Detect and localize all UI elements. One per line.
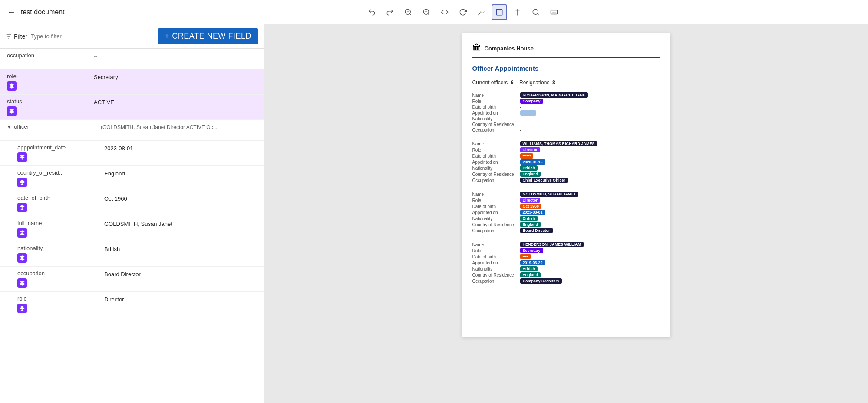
field-row-officer-group[interactable]: ▼ officer (GOLDSMITH, Susan Janet Direct… — [0, 120, 264, 141]
current-officers-label: Current officers — [472, 79, 508, 86]
field-row-country: country_of_resid... England — [0, 166, 264, 191]
officer-2-role-label: Role — [472, 148, 520, 152]
create-new-field-button[interactable]: + CREATE NEW FIELD — [158, 28, 258, 44]
officer-2-occupation-pill: Chief Executive Officer — [520, 178, 568, 183]
field-row-occupation-top: occupation -- — [0, 49, 264, 69]
field-name-fullname: full_name — [17, 220, 104, 226]
wand-button[interactable] — [473, 4, 489, 20]
officer-4-occupation-pill: Company Secretary — [520, 278, 562, 284]
officer-1-appointed-label: Appointed on — [472, 111, 520, 116]
officer-1-country-val: - — [520, 122, 660, 127]
officer-4-appointed-label: Appointed on — [472, 261, 520, 265]
officer-3-nationality-pill: British — [520, 216, 538, 221]
officer-2-country-pill: England — [520, 172, 541, 177]
officer-1-role-pill: Company — [520, 99, 543, 104]
officer-1-appointed-pill: ──── — [520, 110, 537, 116]
officer-4-country-label: Country of Residence — [472, 273, 520, 277]
zoom-out-button[interactable] — [400, 4, 416, 20]
officer-card-3: Name GOLDSMITH, SUSAN JANET Role Directo… — [472, 192, 660, 233]
officer-3-occupation-pill: Board Director — [520, 228, 553, 233]
officer-2-role-pill: Director — [520, 147, 541, 152]
cursor-button[interactable] — [510, 4, 525, 20]
keyboard-button[interactable] — [546, 4, 562, 20]
field-name-occupation-top: occupation — [7, 52, 94, 59]
officer-4-nationality-label: Nationality — [472, 267, 520, 271]
officer-1-nationality-val: - — [520, 116, 660, 121]
officer-2-appointed-label: Appointed on — [472, 160, 520, 165]
officer-2-dob-pill: •••••• — [520, 153, 534, 159]
search-toolbar-button[interactable] — [528, 4, 544, 20]
svg-rect-12 — [551, 10, 557, 14]
officers-count: 6 — [511, 79, 514, 86]
officer-3-dob-pill: Oct 1960 — [520, 204, 542, 209]
officer-3-name-pill: GOLDSMITH, SUSAN JANET — [520, 192, 579, 197]
officer-3-role-label: Role — [472, 198, 520, 203]
field-value-status: ACTIVE — [94, 98, 257, 106]
field-name-status: status — [7, 98, 94, 105]
toolbar: ← test.document — [0, 0, 868, 24]
select-button[interactable] — [492, 4, 507, 20]
officer-3-appointed-pill: 2023-08-01 — [520, 210, 545, 215]
officer-1-dob-label: Date of birth — [472, 105, 520, 109]
officer-1-dob-val: - — [520, 105, 660, 109]
officer-3-country-label: Country of Residence — [472, 222, 520, 227]
document-title: test.document — [21, 8, 65, 16]
field-name-country: country_of_resid... — [17, 169, 104, 176]
plus-icon: + — [165, 32, 169, 41]
field-type-icon-fullname — [17, 228, 27, 238]
main-content: Filter + CREATE NEW FIELD occupation -- … — [0, 24, 868, 403]
field-type-icon-nationality — [17, 253, 27, 263]
officer-4-occupation-label: Occupation — [472, 279, 520, 284]
code-button[interactable] — [437, 4, 452, 20]
field-name-role: role — [7, 73, 94, 79]
field-type-icon-role — [7, 81, 17, 91]
field-row-status: status ACTIVE — [0, 95, 264, 120]
filter-label: Filter — [14, 33, 27, 40]
officer-3-name-label: Name — [472, 192, 520, 197]
doc-section-title: Officer Appointments — [472, 65, 660, 74]
left-panel: Filter + CREATE NEW FIELD occupation -- … — [0, 24, 264, 403]
svg-rect-7 — [496, 9, 502, 15]
field-row-dob: date_of_birth Oct 1960 — [0, 191, 264, 216]
officer-4-name-label: Name — [472, 242, 520, 247]
field-value-officer: (GOLDSMITH, Susan Janet Director ACTIVE … — [101, 123, 257, 130]
field-type-icon-country — [17, 178, 27, 187]
officer-1-occupation-label: Occupation — [472, 128, 520, 132]
officer-card-4: Name HENDERSON, JAMES WILLIAM Role Secre… — [472, 242, 660, 284]
filter-input[interactable] — [31, 33, 154, 40]
undo-button[interactable] — [364, 4, 380, 20]
field-value-appointment-date: 2023-08-01 — [104, 144, 257, 152]
officer-1-nationality-label: Nationality — [472, 116, 520, 121]
field-name-appointment-date: apppointment_date — [17, 144, 104, 151]
officer-1-role-label: Role — [472, 99, 520, 104]
officers-summary: Current officers 6 Resignations 8 — [472, 79, 660, 86]
officer-2-name-pill: WILLIAMS, THOMAS RICHARD JAMES — [520, 141, 597, 146]
rotate-button[interactable] — [455, 4, 471, 20]
create-button-label: CREATE NEW FIELD — [172, 32, 251, 41]
back-button[interactable]: ← — [7, 7, 16, 17]
redo-button[interactable] — [382, 4, 398, 20]
field-type-icon-appointment-date — [17, 152, 27, 162]
officer-3-dob-label: Date of birth — [472, 204, 520, 209]
field-type-icon-dob — [17, 203, 27, 212]
officer-1-country-label: Country of Residence — [472, 122, 520, 127]
officer-2-occupation-label: Occupation — [472, 178, 520, 183]
filter-icon-group: Filter — [5, 33, 27, 40]
officer-2-nationality-pill: British — [520, 165, 538, 171]
svg-point-10 — [533, 9, 538, 14]
field-value-occupation-top: -- — [94, 52, 257, 59]
officer-4-appointed-pill: 2019-03-20 — [520, 260, 545, 265]
officer-2-country-label: Country of Residence — [472, 172, 520, 177]
filter-bar: Filter + CREATE NEW FIELD — [0, 24, 264, 49]
officer-2-dob-label: Date of birth — [472, 154, 520, 159]
officer-2-nationality-label: Nationality — [472, 166, 520, 171]
svg-line-4 — [428, 13, 429, 15]
zoom-in-button[interactable] — [419, 4, 434, 20]
field-value-fullname: GOLDSMITH, Susan Janet — [104, 220, 257, 227]
field-type-icon-role-sub — [17, 304, 27, 313]
field-value-occupation-sub: Board Director — [104, 270, 257, 277]
officer-4-role-pill: Secretary — [520, 248, 543, 253]
officer-4-name-pill: HENDERSON, JAMES WILLIAM — [520, 242, 584, 247]
officer-3-nationality-label: Nationality — [472, 216, 520, 221]
officer-4-dob-pill: •••• — [520, 254, 531, 259]
